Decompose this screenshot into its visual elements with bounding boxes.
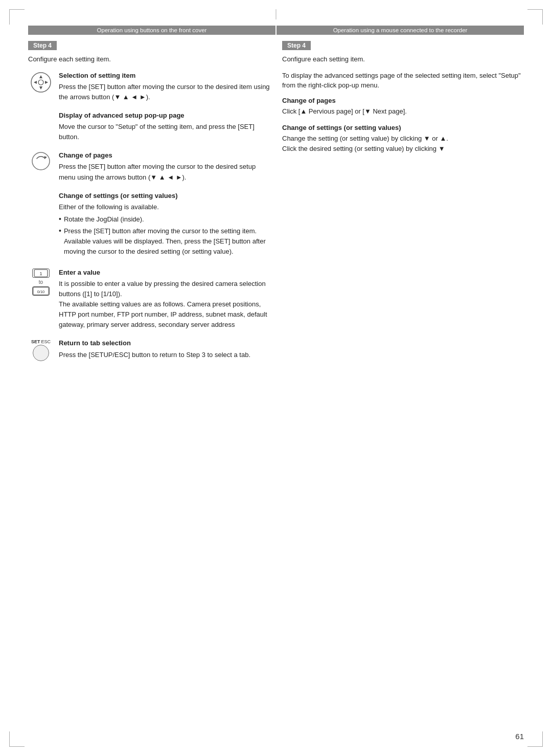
cam-btn-icon-cell: 1 to 0/10 — [28, 268, 54, 296]
cam-btn-to-label: to — [39, 279, 43, 285]
right-pages-title: Change of pages — [282, 97, 524, 104]
right-configure-text: Configure each setting item. — [282, 54, 524, 64]
return-title: Return to tab selection — [59, 338, 270, 348]
set-esc-circle — [33, 345, 49, 361]
esc-label: ESC — [41, 339, 51, 344]
settings-row: Change of settings (or setting values) E… — [28, 191, 270, 259]
right-step-label: Step 4 — [282, 41, 311, 50]
right-pages-text: Click [▲ Pervious page] or [▼ Next page]… — [282, 106, 524, 117]
right-pages-section: Change of pages Click [▲ Pervious page] … — [282, 97, 524, 117]
enter-value-text: Enter a value It is possible to enter a … — [59, 268, 270, 330]
svg-marker-4 — [45, 81, 48, 84]
selection-row: Selection of setting item Press the [SET… — [28, 71, 270, 102]
right-settings-title: Change of settings (or setting values) — [282, 124, 524, 131]
svg-text:1: 1 — [39, 271, 42, 276]
cam-btn-1: 1 — [32, 269, 50, 278]
header-bar: Operation using buttons on the front cov… — [28, 26, 524, 35]
arrow-circle-icon-cell — [28, 71, 54, 93]
enter-value-title: Enter a value — [59, 268, 270, 278]
cam-btn-0-10: 0/10 — [32, 286, 50, 296]
left-step-label: Step 4 — [28, 41, 57, 50]
selection-body: Press the [SET] button after moving the … — [59, 83, 270, 101]
page-circle-icon-cell — [28, 150, 54, 171]
svg-text:0/10: 0/10 — [37, 289, 45, 294]
header-right-col: Operation using a mouse connected to the… — [277, 26, 524, 35]
right-settings-text: Change the setting (or setting value) by… — [282, 134, 524, 154]
enter-value-row: 1 to 0/10 Enter a value It is possible t… — [28, 268, 270, 330]
enter-value-body1: It is possible to enter a value by press… — [59, 280, 266, 298]
enter-value-body2: The available setting values are as foll… — [59, 300, 267, 328]
corner-tr — [527, 9, 543, 25]
svg-marker-1 — [39, 75, 42, 78]
advanced-icon-cell — [28, 110, 54, 112]
return-row: SET ESC Return to tab selection Press th… — [28, 338, 270, 361]
settings-body: Either of the following is available. — [59, 203, 159, 211]
right-settings-section: Change of settings (or setting values) C… — [282, 124, 524, 154]
cam-btn-icon: 1 to 0/10 — [32, 269, 50, 296]
settings-title: Change of settings (or setting values) — [59, 191, 270, 201]
set-esc-icon-cell: SET ESC — [28, 338, 54, 361]
settings-icon-cell — [28, 191, 54, 192]
set-esc-icon: SET ESC — [31, 339, 51, 361]
arrow-circle-icon — [30, 72, 52, 93]
svg-marker-3 — [34, 81, 37, 84]
corner-bl — [9, 731, 25, 747]
bullet-jog: Rotate the JogDial (inside). — [59, 214, 270, 225]
col-left: Step 4 Configure each setting item. Sele… — [28, 41, 270, 369]
svg-point-6 — [32, 152, 50, 170]
right-configure-text2: To display the advanced settings page of… — [282, 71, 524, 91]
pages-body: Press the [SET] button after moving the … — [59, 163, 256, 181]
col-right: Step 4 Configure each setting item. To d… — [282, 41, 524, 369]
page-circle-icon — [31, 151, 51, 171]
set-label: SET — [31, 339, 40, 344]
left-configure-text: Configure each setting item. — [28, 54, 270, 64]
advanced-title: Display of advanced setup pop-up page — [59, 110, 270, 121]
settings-bullets: Rotate the JogDial (inside). Press the [… — [59, 214, 270, 257]
pages-text: Change of pages Press the [SET] button a… — [59, 150, 270, 182]
pages-row: Change of pages Press the [SET] button a… — [28, 150, 270, 182]
corner-br — [527, 731, 543, 747]
page-number: 61 — [515, 732, 524, 741]
svg-point-5 — [38, 80, 43, 85]
main-content: Step 4 Configure each setting item. Sele… — [28, 41, 524, 369]
advanced-row: Display of advanced setup pop-up page Mo… — [28, 110, 270, 142]
bullet-set: Press the [SET] button after moving the … — [59, 226, 270, 257]
advanced-text: Display of advanced setup pop-up page Mo… — [59, 110, 270, 142]
top-center-mark — [276, 9, 277, 19]
return-body: Press the [SETUP/ESC] button to return t… — [59, 351, 250, 359]
selection-title: Selection of setting item — [59, 71, 270, 81]
set-esc-labels: SET ESC — [31, 339, 51, 344]
corner-tl — [9, 9, 25, 25]
advanced-body: Move the cursor to "Setup" of the settin… — [59, 123, 255, 141]
return-text: Return to tab selection Press the [SETUP… — [59, 338, 270, 360]
svg-marker-2 — [39, 86, 42, 90]
settings-text: Change of settings (or setting values) E… — [59, 191, 270, 259]
pages-title: Change of pages — [59, 150, 270, 161]
selection-text: Selection of setting item Press the [SET… — [59, 71, 270, 102]
header-left-col: Operation using buttons on the front cov… — [28, 26, 275, 35]
